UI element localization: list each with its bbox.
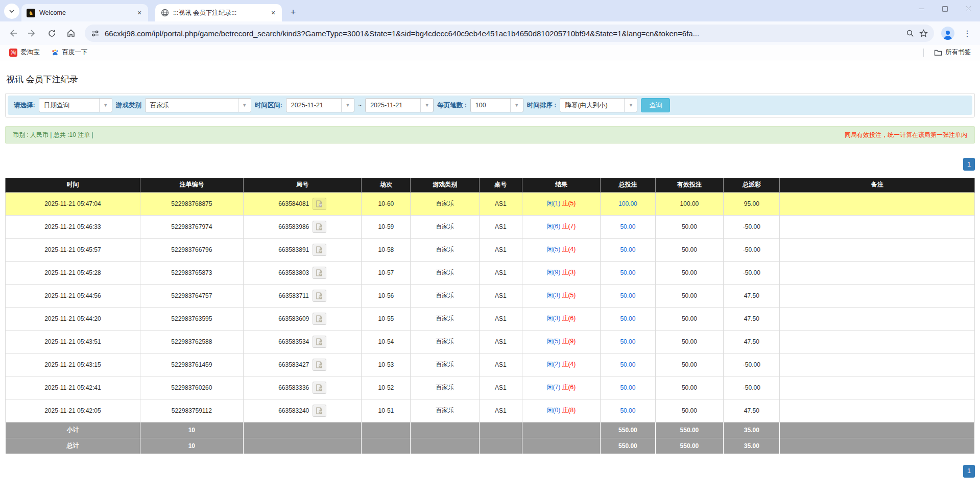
- close-icon[interactable]: ×: [135, 8, 144, 17]
- cell-session: 10-51: [362, 399, 411, 422]
- menu-kebab-icon[interactable]: ⋮: [959, 25, 976, 42]
- close-icon[interactable]: ×: [269, 8, 278, 17]
- total-bet-link[interactable]: 50.00: [620, 384, 635, 391]
- video-replay-button[interactable]: [313, 405, 326, 417]
- cell-valid-bet: 100.00: [655, 192, 724, 215]
- sort-label: 时间排序 :: [527, 101, 557, 110]
- cell-payout: -50.00: [724, 261, 780, 284]
- back-button[interactable]: [4, 25, 21, 42]
- cell-game-type: 百家乐: [411, 215, 480, 238]
- total-bet-link[interactable]: 50.00: [620, 315, 635, 322]
- back-icon: [8, 29, 17, 38]
- game-type-dropdown[interactable]: 百家乐 ▼: [145, 98, 251, 112]
- profile-button[interactable]: [939, 25, 957, 42]
- video-replay-button[interactable]: [313, 382, 326, 394]
- search-icon[interactable]: [906, 29, 914, 37]
- per-page-dropdown[interactable]: 100 ▼: [470, 98, 523, 112]
- date-to-dropdown[interactable]: 2025-11-21 ▼: [365, 98, 434, 112]
- sort-dropdown[interactable]: 降幂(由大到小) ▼: [560, 98, 637, 112]
- cell-round-id: 663583427: [278, 361, 309, 368]
- cell-valid-bet: 50.00: [655, 307, 724, 330]
- chevron-down-icon: ▼: [624, 99, 637, 112]
- url-bar[interactable]: 66cxkj98.com/ipl/portal.php/game/betreco…: [85, 25, 934, 42]
- cell-session: 10-59: [362, 215, 411, 238]
- maximize-button[interactable]: [933, 0, 957, 17]
- result-player: 闲(9): [547, 269, 562, 276]
- all-bookmarks-button[interactable]: 所有书签: [930, 46, 975, 58]
- tab-welcome[interactable]: ♞ Welcome ×: [21, 4, 148, 21]
- col-round-id: 局号: [243, 178, 362, 192]
- total-bet-link[interactable]: 50.00: [620, 292, 635, 299]
- video-replay-button[interactable]: [313, 267, 326, 279]
- minimize-button[interactable]: [910, 0, 933, 17]
- total-bet-link[interactable]: 50.00: [620, 361, 635, 368]
- home-icon: [66, 29, 76, 38]
- bookmark-baidu[interactable]: 百度一下: [47, 46, 92, 58]
- cell-payout: 95.00: [724, 192, 780, 215]
- cell-payout: -50.00: [724, 238, 780, 261]
- tab-betrecord[interactable]: :::视讯 会员下注纪录::: ×: [155, 4, 282, 21]
- query-type-dropdown[interactable]: 日期查询 ▼: [39, 98, 112, 112]
- cell-session: 10-56: [362, 284, 411, 307]
- cell-table-no: AS1: [480, 284, 522, 307]
- cell-bet-id: 522983767974: [140, 215, 243, 238]
- result-banker: 庄(6): [562, 384, 576, 391]
- reload-icon: [47, 29, 56, 38]
- query-button[interactable]: 查询: [641, 98, 670, 112]
- result-banker: 庄(4): [562, 246, 576, 253]
- video-replay-button[interactable]: [313, 221, 326, 233]
- new-tab-button[interactable]: +: [286, 5, 300, 19]
- per-page-value: 100: [471, 99, 510, 112]
- col-result: 结果: [522, 178, 601, 192]
- total-label: 总计: [6, 438, 140, 454]
- tab-search-button[interactable]: [4, 4, 19, 19]
- cell-payout: 47.50: [724, 307, 780, 330]
- video-replay-icon: [316, 361, 323, 368]
- cell-session: 10-54: [362, 330, 411, 353]
- cell-round-id: 663583711: [279, 292, 309, 299]
- summary-currency-count: 币别 : 人民币 | 总共 :10 注单 |: [13, 131, 93, 139]
- page-1-button[interactable]: 1: [963, 465, 975, 478]
- cell-table-no: AS1: [480, 215, 522, 238]
- cell-bet-id: 522983760260: [140, 376, 243, 399]
- date-from-dropdown[interactable]: 2025-11-21 ▼: [286, 98, 354, 112]
- video-replay-icon: [316, 315, 323, 322]
- site-settings-icon[interactable]: [91, 29, 100, 38]
- video-replay-button[interactable]: [313, 336, 326, 348]
- reload-button[interactable]: [43, 25, 60, 42]
- page-1-button[interactable]: 1: [963, 158, 975, 171]
- video-replay-button[interactable]: [313, 359, 326, 371]
- date-range-label: 时间区间:: [255, 101, 282, 110]
- close-window-button[interactable]: [957, 0, 980, 17]
- video-replay-button[interactable]: [313, 290, 326, 302]
- video-replay-button[interactable]: [313, 244, 326, 256]
- url-text[interactable]: 66cxkj98.com/ipl/portal.php/game/betreco…: [105, 29, 901, 38]
- subtotal-payout: 35.00: [724, 422, 780, 438]
- total-bet-link[interactable]: 50.00: [620, 407, 635, 414]
- bookmark-taobao[interactable]: 淘 爱淘宝: [5, 46, 44, 58]
- bet-record-table: 时间 注单编号 局号 场次 游戏类别 桌号 结果 总投注 有效投注 总派彩 备注…: [5, 178, 975, 454]
- total-bet-link[interactable]: 50.00: [620, 246, 635, 253]
- star-icon[interactable]: [919, 29, 928, 38]
- table-row: 2025-11-21 05:42:41 522983760260 6635833…: [6, 376, 975, 399]
- cell-table-no: AS1: [480, 353, 522, 376]
- filter-bar: 请选择: 日期查询 ▼ 游戏类别 百家乐 ▼ 时间区间: 2025-11-21 …: [8, 96, 972, 115]
- total-bet-link[interactable]: 50.00: [620, 338, 635, 345]
- tab-title: :::视讯 会员下注纪录:::: [173, 9, 265, 17]
- cell-game-type: 百家乐: [411, 353, 480, 376]
- forward-button[interactable]: [23, 25, 41, 42]
- total-bet-link[interactable]: 100.00: [618, 200, 637, 207]
- cell-table-no: AS1: [480, 261, 522, 284]
- cell-remark: [780, 399, 975, 422]
- home-button[interactable]: [62, 25, 80, 42]
- cell-time: 2025-11-21 05:45:57: [6, 238, 140, 261]
- cell-table-no: AS1: [480, 307, 522, 330]
- table-body: 2025-11-21 05:47:04 522983768875 6635840…: [6, 192, 975, 422]
- video-replay-button[interactable]: [313, 198, 326, 210]
- result-banker: 庄(6): [562, 315, 576, 322]
- total-bet-link[interactable]: 50.00: [620, 223, 635, 230]
- total-bet-link[interactable]: 50.00: [620, 269, 635, 276]
- cell-time: 2025-11-21 05:46:33: [6, 215, 140, 238]
- cell-bet-id: 522983763595: [140, 307, 243, 330]
- video-replay-button[interactable]: [313, 313, 326, 325]
